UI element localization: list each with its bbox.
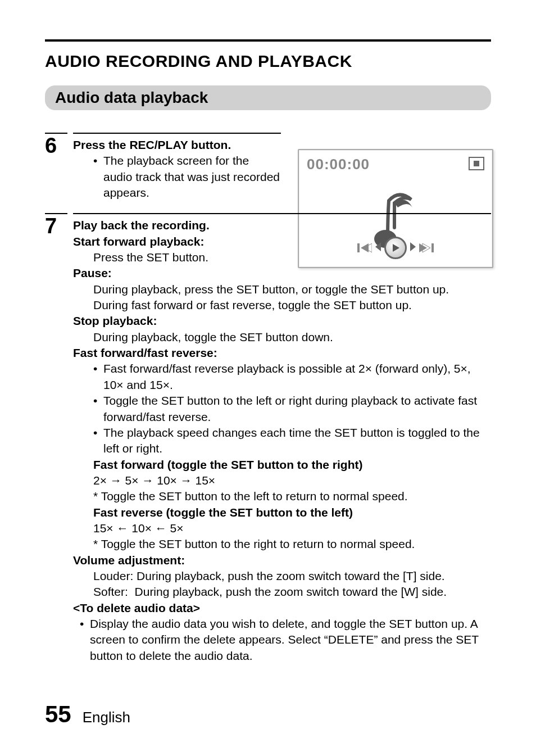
ff-bullet-2: Toggle the SET button to the left or rig… [103,393,491,425]
bullet-icon: • [93,425,103,457]
step-7: 7 Play back the recording. Start forward… [45,213,491,671]
pause-body-1: During playback, press the SET button, o… [73,282,491,297]
delete-label: <To delete audio data> [73,600,491,616]
step-6: 6 Press the REC/PLAY button. • The playb… [45,133,491,207]
step-number: 6 [45,133,67,207]
volume-softer: Softer: During playback, push the zoom s… [73,584,491,600]
volume-louder: Louder: During playback, push the zoom s… [73,568,491,584]
ff-rev-label: Fast reverse (toggle the SET button to t… [73,505,491,520]
ff-bullet-3: The playback speed changes each time the… [103,425,491,457]
step-number: 7 [45,213,67,671]
step-6-bullet: The playback screen for the audio track … [103,153,281,201]
ff-label: Fast forward/fast reverse: [73,345,491,361]
volume-label: Volume adjustment: [73,553,491,568]
ff-fwd-seq: 2× → 5× → 10× → 15× [73,473,491,488]
ff-fwd-label: Fast forward (toggle the SET button to t… [73,457,491,473]
pause-label: Pause: [73,265,491,281]
bullet-icon: • [93,153,103,201]
top-rule [45,39,491,42]
ff-bullet-1: Fast forward/fast reverse playback is po… [103,361,491,393]
stop-label: Stop playback: [73,313,491,329]
start-forward-label: Start forward playback: [73,234,281,250]
start-forward-body: Press the SET button. [73,250,281,265]
ff-rev-seq: 15× ← 10× ← 5× [73,520,491,536]
pause-body-2: During fast forward or fast reverse, tog… [73,297,491,313]
ff-rev-note: * Toggle the SET button to the right to … [73,536,491,552]
step-6-heading: Press the REC/PLAY button. [73,137,281,153]
bullet-icon: • [93,361,103,393]
language-label: English [83,709,130,726]
bullet-icon: • [93,393,103,425]
ff-fwd-note: * Toggle the SET button to the left to r… [73,488,491,504]
stop-body: During playback, toggle the SET button d… [73,329,491,345]
page-number: 55 [45,701,71,728]
section-subtitle: Audio data playback [45,85,491,110]
page-title: AUDIO RECORDING AND PLAYBACK [45,52,491,71]
delete-body: Display the audio data you wish to delet… [90,616,491,664]
step-7-heading: Play back the recording. [73,218,281,233]
bullet-icon: • [80,616,90,664]
page-footer: 55 English [45,701,130,728]
